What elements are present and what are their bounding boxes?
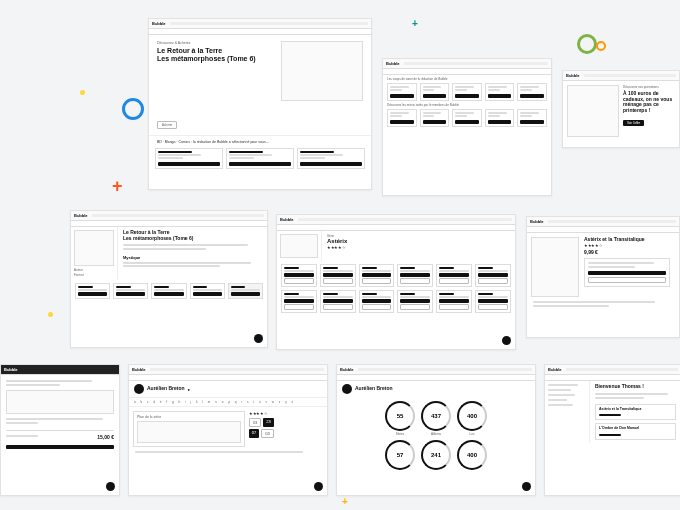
fab-icon[interactable] bbox=[106, 482, 115, 491]
logo: Bubble bbox=[566, 73, 580, 78]
logo: Bubble bbox=[152, 21, 166, 26]
yellow-dot-icon-2 bbox=[48, 312, 53, 317]
logo: Bubble bbox=[530, 219, 544, 224]
orange-plus-icon: + bbox=[112, 176, 123, 197]
amber-plus-icon: + bbox=[342, 496, 348, 507]
wireframe-product: Bubble Auteur Format Le Retour à la Terr… bbox=[70, 210, 268, 348]
wireframe-onboarding: Bubble Bienvenue Thomas ! Astérix et la … bbox=[544, 364, 680, 496]
user-name: Aurélien Breton bbox=[355, 386, 393, 392]
list-item[interactable]: Astérix et la Transitalique bbox=[595, 404, 676, 421]
checkout-total: 15,00 € bbox=[97, 435, 114, 441]
logo: Bubble bbox=[280, 217, 294, 222]
wireframe-home: Bubble Découvrez & Achetez Le Retour à l… bbox=[148, 18, 372, 190]
promo-image bbox=[567, 85, 619, 137]
buy-button[interactable]: Acheter bbox=[157, 121, 177, 129]
product-cover bbox=[74, 230, 114, 266]
rating-stars: ★★★★☆ bbox=[584, 243, 670, 248]
volume-cover bbox=[531, 237, 579, 297]
editorial-tagline: BD · Manga · Comics : la rédaction de Bu… bbox=[149, 135, 371, 148]
wireframe-series: Bubble Série Astérix ★★★★☆ bbox=[276, 214, 516, 350]
teal-plus-icon: + bbox=[412, 18, 418, 29]
panel-title: Plan de la série bbox=[137, 415, 241, 419]
format-label: Format bbox=[74, 272, 114, 277]
count-chip: 03 bbox=[249, 418, 261, 427]
logo: Bubble bbox=[340, 367, 354, 372]
logo: Bubble bbox=[132, 367, 146, 372]
wireframe-collection-list: Bubble Aurélien Breton ● a b c d e f g h… bbox=[128, 364, 328, 496]
product-title-2: Les métamorphoses (Tome 6) bbox=[123, 236, 262, 242]
hero-image bbox=[281, 41, 363, 101]
list-item[interactable]: L'Ombre de Don Manuel bbox=[595, 423, 676, 440]
yellow-dot-icon bbox=[80, 90, 85, 95]
stat-dial: 400 bbox=[457, 440, 487, 471]
section-heading: Mystique bbox=[123, 256, 262, 260]
stat-dial: 57 bbox=[385, 440, 415, 471]
logo: Bubble bbox=[548, 367, 562, 372]
section-title-2: Découvrez les mieux notés par le membres… bbox=[383, 101, 551, 109]
rating-stars: ★★★★☆ bbox=[327, 245, 510, 250]
fab-icon[interactable] bbox=[522, 482, 531, 491]
count-chip: 07 bbox=[249, 429, 259, 438]
wireframe-editorial: Bubble Les coups de cœur de la rédaction… bbox=[382, 58, 552, 196]
stat-dial: 400Lus bbox=[457, 401, 487, 436]
blue-ring-icon bbox=[122, 98, 144, 120]
price: 9,99 € bbox=[584, 250, 670, 256]
promo-eyebrow: Découvrez nos promotions bbox=[623, 85, 673, 89]
wireframe-promo: Bubble Découvrez nos promotions À 100 eu… bbox=[562, 70, 680, 148]
stat-dial: 241 bbox=[421, 440, 451, 471]
alpha-index[interactable]: a b c d e f g h i j k l m n o p q r s t … bbox=[129, 397, 327, 407]
avatar bbox=[342, 384, 352, 394]
welcome-title: Bienvenue Thomas ! bbox=[595, 384, 676, 390]
fab-icon[interactable] bbox=[314, 482, 323, 491]
wireframe-volume: Bubble Astérix et la Transitalique ★★★★☆… bbox=[526, 216, 680, 338]
stat-dial: 437Albums bbox=[421, 401, 451, 436]
fab-icon[interactable] bbox=[502, 336, 511, 345]
user-name: Aurélien Breton bbox=[147, 386, 185, 392]
wireframe-collection-stats: Bubble Aurélien Breton 55Séries437Albums… bbox=[336, 364, 536, 496]
promo-cta[interactable]: Voir l'offre bbox=[623, 120, 644, 126]
green-ring-icon bbox=[577, 34, 597, 54]
logo: Bubble bbox=[386, 61, 400, 66]
series-title: Astérix bbox=[327, 238, 510, 245]
checkout-button[interactable] bbox=[6, 445, 114, 449]
stat-dial: 55Séries bbox=[385, 401, 415, 436]
orange-ring-icon bbox=[596, 41, 606, 51]
status-dot-icon: ● bbox=[188, 387, 190, 392]
count-chip: 03 bbox=[261, 429, 273, 438]
count-chip: 23 bbox=[263, 418, 273, 427]
promo-title: À 100 euros de cadeaux, on ne vous ménag… bbox=[623, 91, 673, 113]
avatar bbox=[134, 384, 144, 394]
rating-stars: ★★★★☆ bbox=[249, 411, 323, 416]
section-title: Les coups de cœur de la rédaction de Bub… bbox=[383, 75, 551, 83]
wireframe-checkout: Bubble 15,00 € bbox=[0, 364, 120, 496]
logo: Bubble bbox=[74, 213, 88, 218]
logo: Bubble bbox=[4, 367, 18, 372]
fab-icon[interactable] bbox=[254, 334, 263, 343]
